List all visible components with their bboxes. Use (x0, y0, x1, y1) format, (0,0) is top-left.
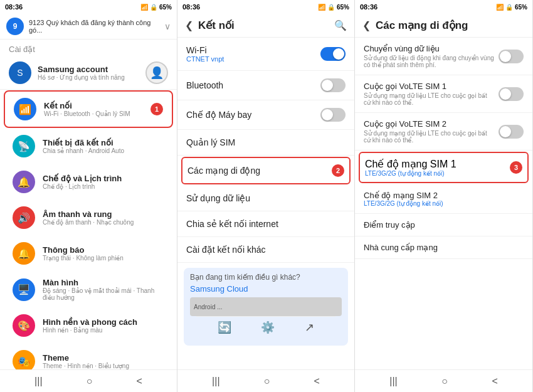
volte2-label: Cuộc gọi VoLTE SIM 2 (364, 119, 493, 129)
man-hinh-text: Màn hình Độ sáng · Bảo vệ mắt thoải mái … (43, 278, 164, 301)
notif-icon: 9 (6, 18, 24, 35)
list-item-sim[interactable]: Quản lý SIM (177, 130, 354, 156)
notification-bar[interactable]: 9 9123 Quý khách đã đăng ký thành công g… (0, 14, 177, 40)
list-item-airplane[interactable]: Chế độ Máy bay (177, 100, 354, 130)
volte1-toggle[interactable] (499, 87, 524, 101)
action-btn-3[interactable]: ↗ (305, 320, 314, 334)
back-icon-2[interactable]: ❮ (185, 19, 193, 31)
account-name: Samsung account (38, 65, 125, 74)
status-battery-2: 65% (337, 4, 349, 11)
list-item-volte2[interactable]: Cuộc gọi VoLTE SIM 2 Sử dụng mạng dữ liệ… (355, 113, 532, 151)
action-btn-2[interactable]: ⚙️ (261, 320, 275, 334)
sim1-mode-sub: LTE/3G/2G (tự động kết nối) (365, 170, 456, 177)
list-item-roaming[interactable]: Chuyển vùng dữ liệu Sử dụng dữ liệu di đ… (355, 38, 532, 75)
airplane-toggle[interactable] (320, 108, 346, 122)
hinh-nen-icon: 🎨 (13, 314, 35, 337)
man-hinh-label: Màn hình (43, 278, 164, 287)
account-sub: Hồ sơ · Ứng dụng và tính năng (38, 74, 125, 81)
hinh-nen-label: Hình nền và phong cách (43, 317, 137, 327)
status-bar-1: 08:36 📶 🔒 65% (0, 0, 177, 14)
ket-noi-sub: Wi-Fi · Bluetooth · Quản lý SIM (44, 110, 130, 117)
nav-home-1[interactable]: ○ (87, 376, 93, 387)
panel3-title: Các mạng di động (376, 19, 525, 32)
list-item-bluetooth[interactable]: Bluetooth (177, 71, 354, 100)
search-icon-2[interactable]: 🔍 (334, 19, 347, 31)
roaming-sub: Sử dụng dữ liệu di động khi đang chuyển … (364, 55, 499, 68)
man-hinh-sub: Độ sáng · Bảo vệ mắt thoải mái · Thanh đ… (43, 287, 164, 301)
account-row[interactable]: S Samsung account Hồ sơ · Ứng dụng và tí… (0, 56, 177, 90)
che-do-label: Chế độ và Lịch trình (43, 174, 122, 183)
panel-mobile-networks: 08:36 📶 🔒 65% ❮ Các mạng di động Chuyển … (355, 0, 533, 392)
step-badge-2: 2 (332, 164, 344, 177)
connections-list: Wi-Fi CTNET vnpt Bluetooth Chế độ Máy ba… (177, 38, 354, 369)
list-item-sim1-mode[interactable]: Chế độ mạng SIM 1 LTE/3G/2G (tự động kết… (359, 152, 529, 183)
sidebar-item-ket-noi[interactable]: 📶 Kết nối Wi-Fi · Bluetooth · Quản lý SI… (4, 90, 173, 128)
back-icon-3[interactable]: ❮ (362, 19, 371, 31)
status-battery-1: 65% (159, 4, 172, 11)
sidebar-item-che-do[interactable]: 🔔 Chế độ và Lịch trình Chế độ · Lịch trì… (4, 164, 173, 199)
list-item-hotspot[interactable]: Chia sẻ kết nối internet (177, 211, 354, 237)
nav-menu-3[interactable]: ||| (389, 376, 397, 387)
roaming-label: Chuyển vùng dữ liệu (364, 44, 499, 53)
status-battery-3: 65% (515, 4, 527, 11)
list-item-apn[interactable]: Điểm truy cập (355, 214, 532, 236)
theme-icon: 🎭 (13, 350, 35, 369)
sim2-mode-label: Chế độ mạng SIM 2 (364, 191, 524, 200)
nav-menu-2[interactable]: ||| (212, 376, 219, 387)
thiet-bi-text: Thiết bị đã kết nối Chia sẻ nhanh · Andr… (43, 138, 124, 154)
sidebar-item-am-thanh[interactable]: 🔊 Âm thanh và rung Chế độ âm thanh · Nhạ… (4, 200, 173, 235)
wifi-toggle[interactable] (320, 47, 346, 61)
panel2-header: ❮ Kết nối 🔍 (177, 14, 354, 38)
list-item-volte1[interactable]: Cuộc gọi VoLTE SIM 1 Sử dụng mạng dữ liệ… (355, 75, 532, 113)
nav-back-2[interactable]: < (314, 376, 320, 387)
nav-home-2[interactable]: ○ (264, 376, 270, 387)
status-bar-2: 08:36 📶 🔒 65% (177, 0, 354, 14)
status-bar-3: 08:36 📶 🔒 65% (355, 0, 532, 14)
list-item-data-usage[interactable]: Sử dụng dữ liệu (177, 186, 354, 211)
am-thanh-icon: 🔊 (13, 206, 35, 229)
volte1-sub: Sử dụng mạng dữ liệu LTE cho cuộc gọi bấ… (364, 92, 493, 106)
list-item-carrier[interactable]: Nhà cung cấp mạng (355, 236, 532, 259)
sidebar-item-theme[interactable]: 🎭 Theme Theme · Hình nền · Biểu tượng (4, 344, 173, 369)
status-time-1: 08:36 (5, 3, 23, 11)
notif-close[interactable]: ∨ (164, 21, 171, 31)
more-label: Cài đặt kết nối khác (186, 245, 346, 255)
theme-sub: Theme · Hình nền · Biểu tượng (43, 363, 129, 369)
roaming-toggle[interactable] (499, 50, 524, 63)
step-badge-1: 1 (150, 103, 163, 115)
nav-bar-2: ||| ○ < (177, 369, 354, 392)
volte2-sub: Sử dụng mạng dữ liệu LTE cho cuộc gọi bấ… (364, 130, 493, 144)
airplane-text: Chế độ Máy bay (186, 110, 320, 120)
ket-noi-text: Kết nối Wi-Fi · Bluetooth · Quản lý SIM (44, 101, 130, 117)
list-item-more[interactable]: Cài đặt kết nối khác (177, 237, 354, 263)
list-item-sim2-mode[interactable]: Chế độ mạng SIM 2 LTE/3G/2G (tự động kết… (355, 184, 532, 214)
search-link[interactable]: Samsung Cloud (190, 284, 342, 294)
nav-menu-1[interactable]: ||| (34, 376, 42, 387)
panel3-header: ❮ Các mạng di động (355, 14, 532, 38)
volte2-toggle[interactable] (499, 125, 524, 139)
nav-back-1[interactable]: < (137, 376, 142, 387)
thiet-bi-sub: Chia sẻ nhanh · Android Auto (43, 147, 124, 154)
bluetooth-text: Bluetooth (186, 80, 320, 90)
sim-text: Quản lý SIM (186, 137, 346, 147)
hotspot-label: Chia sẻ kết nối internet (186, 219, 346, 229)
search-result-preview: Android ... (194, 304, 223, 310)
nav-home-3[interactable]: ○ (441, 376, 448, 387)
che-do-text: Chế độ và Lịch trình Chế độ · Lịch trình (43, 174, 122, 190)
panel-connections: 08:36 📶 🔒 65% ❮ Kết nối 🔍 Wi-Fi CTNET vn… (177, 0, 355, 392)
bluetooth-toggle[interactable] (320, 78, 346, 92)
action-btn-1[interactable]: 🔄 (218, 320, 231, 334)
sidebar-item-thiet-bi[interactable]: 📡 Thiết bị đã kết nối Chia sẻ nhanh · An… (4, 129, 173, 164)
nav-bar-3: ||| ○ < (355, 369, 532, 392)
nav-bar-1: ||| ○ < (0, 369, 177, 392)
airplane-label: Chế độ Máy bay (186, 110, 320, 120)
avatar: 👤 (145, 61, 168, 84)
sidebar-item-thong-bao[interactable]: 🔔 Thông báo Trạng thái · Không làm phiền (4, 236, 173, 271)
wifi-label: Wi-Fi (186, 45, 320, 55)
am-thanh-text: Âm thanh và rung Chế độ âm thanh · Nhạc … (43, 209, 134, 226)
nav-back-3[interactable]: < (492, 376, 497, 387)
sidebar-item-hinh-nen[interactable]: 🎨 Hình nền và phong cách Hình nền · Bảng… (4, 308, 173, 343)
list-item-wifi[interactable]: Wi-Fi CTNET vnpt (177, 38, 354, 71)
sidebar-item-man-hinh[interactable]: 🖥️ Màn hình Độ sáng · Bảo vệ mắt thoải m… (4, 272, 173, 307)
list-item-mobile-net[interactable]: Các mạng di động 2 (181, 157, 351, 184)
